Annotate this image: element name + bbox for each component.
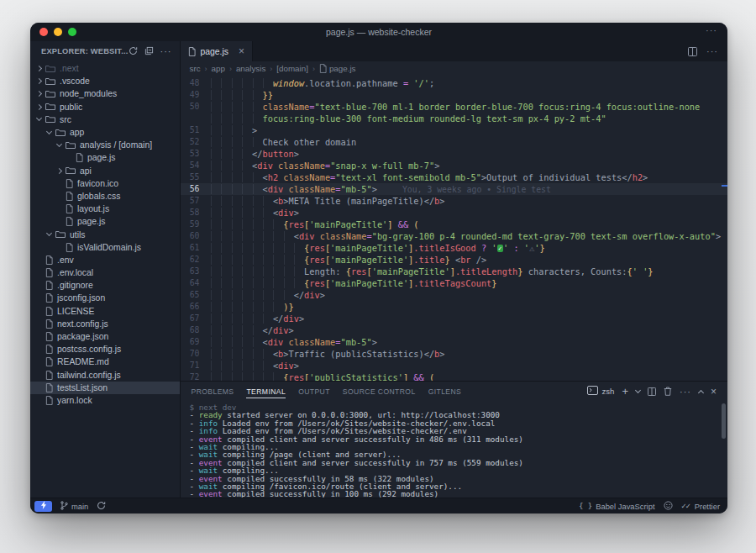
explorer-item-isvaliddomain.js[interactable]: isValidDomain.js <box>30 241 180 254</box>
explorer-item-api[interactable]: api <box>30 165 180 177</box>
breadcrumb-item-src[interactable]: src <box>190 64 201 73</box>
panel-tab-problems[interactable]: PROBLEMS <box>192 385 234 398</box>
zoom-window-button[interactable] <box>68 28 76 36</box>
prettier-status-item[interactable]: ✓✓ Prettier <box>681 502 720 511</box>
code-line[interactable]: 65 </div> <box>181 289 728 301</box>
code-line[interactable]: 52 Check other domain <box>181 136 728 148</box>
explorer-item-readme.md[interactable]: README.md <box>30 356 180 368</box>
explorer-item-utils[interactable]: utils <box>30 228 180 240</box>
code-line[interactable]: 69 <div className="mb-5"> <box>181 336 728 348</box>
explorer-item-layout.js[interactable]: layout.js <box>30 203 180 215</box>
terminal-output[interactable]: $ next dev- ready started server on 0.0.… <box>181 401 728 498</box>
code-line[interactable]: 70 <b>Traffic (publicStatistics)</b> <box>181 348 728 360</box>
chevron-icon <box>36 91 42 97</box>
code-line[interactable]: 66 )} <box>181 301 728 313</box>
explorer-item-page.js[interactable]: page.js <box>30 151 180 164</box>
explorer-item-public[interactable]: public <box>30 101 180 113</box>
code-line[interactable]: 51 > <box>181 124 728 136</box>
code-line[interactable]: 56 <div className="mb-5">You, 3 weeks ag… <box>181 183 728 195</box>
explorer-item-jsconfig.json[interactable]: jsconfig.json <box>30 292 180 304</box>
code-line[interactable]: 60 <div className="bg-gray-100 p-4 round… <box>181 230 728 242</box>
close-icon[interactable]: × <box>711 387 717 397</box>
panel-tab-gitlens[interactable]: GITLENS <box>428 385 462 398</box>
code-line[interactable]: 72 {res['publicStatistics'] && ( <box>181 371 728 381</box>
panel-tab-terminal[interactable]: TERMINAL <box>246 385 286 398</box>
window-title: page.js — website-checker <box>30 27 727 37</box>
trash-icon[interactable] <box>664 387 672 396</box>
code-line[interactable]: 62 {res['mainPageTitle'].title} <br /> <box>181 254 728 266</box>
explorer-item-src[interactable]: src <box>30 113 180 126</box>
git-blame-annotation: You, 3 weeks ago • Single test <box>402 185 551 194</box>
collapse-all-icon[interactable] <box>144 46 154 55</box>
code-line[interactable]: 50 className="text-blue-700 ml-1 border … <box>181 101 728 113</box>
editor-group: page.js × ··· src›app›analysis›[domain]›… <box>181 41 728 498</box>
explorer-item-.gitignore[interactable]: .gitignore <box>30 279 180 292</box>
line-number: 54 <box>181 160 211 171</box>
terminal-scrollbar[interactable] <box>722 403 726 439</box>
more-icon[interactable]: ··· <box>680 387 691 397</box>
plus-icon[interactable]: + <box>622 386 628 397</box>
breadcrumb-item-app[interactable]: app <box>212 64 225 73</box>
explorer-item-postcss.config.js[interactable]: postcss.config.js <box>30 343 180 356</box>
explorer-item-analysis-domain-[interactable]: analysis / [domain] <box>30 139 180 151</box>
code-line[interactable]: 63 Length: {res['mainPageTitle'].titleLe… <box>181 266 728 277</box>
more-icon[interactable]: ··· <box>706 46 718 56</box>
git-branch-item[interactable]: main <box>60 501 88 512</box>
explorer-item-node-modules[interactable]: node_modules <box>30 87 180 100</box>
explorer-item-globals.css[interactable]: globals.css <box>30 190 180 203</box>
sync-changes-button[interactable] <box>97 501 106 512</box>
code-line[interactable]: 61 {res['mainPageTitle'].titleIsGood ? '… <box>181 242 728 254</box>
code-line[interactable]: 55 <h2 className="text-xl font-semibold … <box>181 171 728 183</box>
panel-tab-output[interactable]: OUTPUT <box>298 385 330 398</box>
code-line[interactable]: 67 </div> <box>181 313 728 324</box>
explorer-item-next.config.js[interactable]: next.config.js <box>30 318 180 330</box>
remote-indicator[interactable] <box>34 501 52 512</box>
explorer-item-testslist.json[interactable]: testsList.json <box>30 382 180 394</box>
file-icon <box>45 268 53 277</box>
close-window-button[interactable] <box>39 28 48 36</box>
breadcrumb-item-analysis[interactable]: analysis <box>236 64 265 73</box>
tab-page-js[interactable]: page.js × <box>181 41 254 61</box>
breadcrumb-item-page.js[interactable]: page.js <box>319 64 356 73</box>
explorer-item-app[interactable]: app <box>30 126 180 139</box>
code-line[interactable]: 57 <b>META Title (mainPageTitle)</b> <box>181 195 728 207</box>
explorer-item-.next[interactable]: .next <box>30 62 180 75</box>
code-line[interactable]: 54 <div className="snap-x w-full mb-7"> <box>181 160 728 171</box>
explorer-item-.env[interactable]: .env <box>30 254 180 266</box>
code-line[interactable]: 49 }} <box>181 89 728 101</box>
explorer-item-.env.local[interactable]: .env.local <box>30 266 180 279</box>
code-line[interactable]: 48 window.location.pathname = '/'; <box>181 77 728 89</box>
chevron-down-icon[interactable] <box>636 390 640 392</box>
language-mode-item[interactable]: { } Babel JavaScript <box>579 502 655 511</box>
explorer-item-.vscode[interactable]: .vscode <box>30 75 180 87</box>
panel-tab-source-control[interactable]: SOURCE CONTROL <box>343 385 416 398</box>
code-line[interactable]: 64 {res['mainPageTitle'].titleTagsCount} <box>181 277 728 289</box>
minimize-window-button[interactable] <box>54 28 62 36</box>
more-icon[interactable]: ··· <box>160 46 172 56</box>
breadcrumb-item--domain-[interactable]: [domain] <box>276 64 308 73</box>
explorer-item-license[interactable]: LICENSE <box>30 305 180 318</box>
more-icon[interactable]: ··· <box>706 25 717 35</box>
code-line[interactable]: focus:ring-blue-300 font-medium rounded-… <box>181 113 728 124</box>
code-area[interactable]: 48 window.location.pathname = '/';49 }}5… <box>181 76 728 381</box>
explorer-item-favicon.ico[interactable]: favicon.ico <box>30 177 180 190</box>
close-icon[interactable]: × <box>239 46 244 56</box>
double-check-icon: ✓✓ <box>681 502 690 510</box>
explorer-item-package.json[interactable]: package.json <box>30 330 180 343</box>
code-line[interactable]: 71 <div> <box>181 360 728 371</box>
explorer-item-tailwind.config.js[interactable]: tailwind.config.js <box>30 369 180 382</box>
split-terminal-icon[interactable] <box>648 387 656 396</box>
code-line[interactable]: 53 </button> <box>181 148 728 160</box>
shell-selector[interactable]: zsh <box>587 386 614 397</box>
feedback-smiley-button[interactable] <box>664 501 673 512</box>
code-line[interactable]: 59 {res['mainPageTitle'] && ( <box>181 219 728 230</box>
panel-tab-bar: PROBLEMSTERMINALOUTPUTSOURCE CONTROLGITL… <box>181 382 728 401</box>
code-line[interactable]: 58 <div> <box>181 207 728 219</box>
title-bar[interactable]: page.js — website-checker ··· <box>30 23 727 41</box>
code-line[interactable]: 68 </div> <box>181 324 728 336</box>
chevron-up-icon[interactable] <box>699 388 703 395</box>
split-editor-icon[interactable] <box>688 47 697 56</box>
explorer-item-yarn.lock[interactable]: yarn.lock <box>30 394 180 407</box>
explorer-item-page.js[interactable]: page.js <box>30 215 180 228</box>
refresh-icon[interactable] <box>129 46 138 55</box>
